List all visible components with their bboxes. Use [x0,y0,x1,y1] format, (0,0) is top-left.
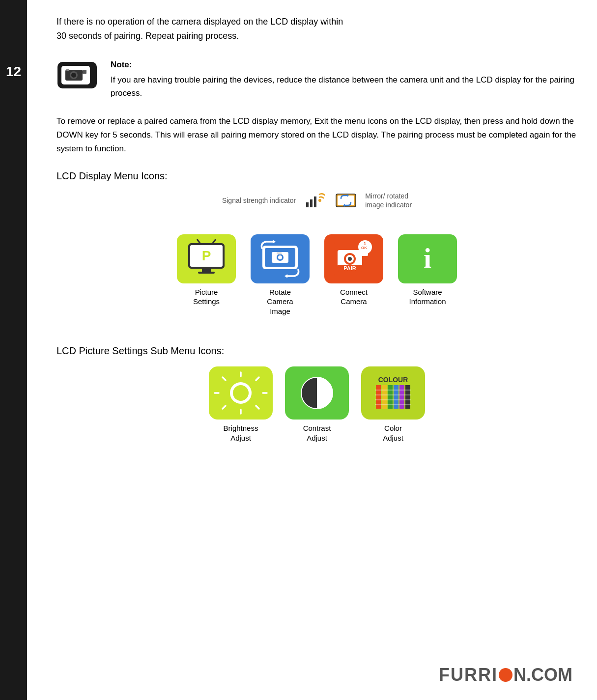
signal-strength-icon [303,192,327,209]
note-title: Note: [111,58,577,71]
note-body: If you are having trouble pairing the de… [111,75,574,98]
contrast-svg [290,371,344,415]
svg-rect-61 [405,385,410,409]
brightness-adjust-label: BrightnessAdjust [224,423,258,443]
connect-camera-svg: 1 OK PAIR [332,239,376,279]
main-content: If there is no operation of the camera d… [37,0,597,477]
page-number: 12 [6,64,21,80]
para2: To remove or replace a paired camera fro… [57,114,577,156]
color-adjust-item: COLOUR ColorAdjust [361,366,425,443]
svg-text:P: P [202,248,211,263]
connect-camera-item: 1 OK PAIR ConnectCamera [324,234,383,316]
note-icon [57,58,101,92]
svg-rect-57 [382,385,387,409]
picture-settings-label: PictureSettings [193,287,220,307]
software-info-svg: i [405,239,450,279]
rotate-camera-item: RotateCameraImage [251,234,310,316]
rotate-camera-icon-box [251,234,310,283]
sidebar: 12 [0,0,27,700]
mirror-label: Mirror/ rotatedimage indicator [365,192,412,209]
note-content: Note: If you are having trouble pairing … [111,58,577,100]
software-info-item: i SoftwareInformation [398,234,457,316]
software-info-icon-box: i [398,234,457,283]
svg-rect-59 [394,385,398,409]
footer-logo: FURRI N.COM [439,665,572,685]
signal-label: Signal strength indicator [222,196,296,204]
svg-rect-13 [338,196,354,205]
svg-rect-19 [198,272,215,274]
brightness-adjust-item: BrightnessAdjust [209,366,273,443]
svg-line-22 [213,239,216,243]
svg-line-50 [223,406,226,409]
svg-line-47 [223,377,226,380]
connect-camera-icon-box: 1 OK PAIR [324,234,383,283]
svg-rect-8 [306,202,309,207]
svg-point-5 [71,73,76,78]
svg-rect-10 [314,196,316,207]
brightness-svg [214,371,268,415]
color-adjust-icon-box: COLOUR [361,366,425,420]
svg-rect-9 [310,199,313,207]
signal-row: Signal strength indicator Mirror/ rotate… [57,192,577,209]
lcd-sub-heading: LCD Picture Settings Sub Menu Icons: [57,345,577,357]
footer-domain-text: N.COM [513,665,572,685]
contrast-adjust-item: ContrastAdjust [285,366,349,443]
picture-settings-icon-box: P [177,234,236,283]
svg-text:COLOUR: COLOUR [378,376,408,384]
colour-svg: COLOUR [366,371,420,415]
lcd-menu-heading: LCD Display Menu Icons: [57,170,577,182]
svg-rect-30 [277,252,282,254]
color-adjust-label: ColorAdjust [383,423,403,443]
footer-logo-circle [499,668,512,682]
mirror-icon [334,192,358,209]
svg-marker-24 [273,240,276,244]
footer-brand-text: FURRI [439,665,498,685]
note-box: Note: If you are having trouble pairing … [57,58,577,100]
svg-point-11 [318,199,321,202]
brightness-adjust-icon-box [209,366,273,420]
svg-rect-18 [202,269,211,272]
svg-point-52 [233,385,249,401]
svg-text:OK: OK [361,246,367,250]
svg-rect-6 [83,70,86,74]
svg-point-35 [348,257,352,261]
contrast-adjust-icon-box [285,366,349,420]
svg-rect-7 [66,69,69,71]
connect-camera-label: ConnectCamera [340,287,368,307]
rotate-camera-label: RotateCameraImage [267,287,293,316]
svg-rect-56 [376,385,381,409]
sub-icon-grid: BrightnessAdjust ContrastAdjust [57,366,577,443]
svg-line-49 [256,377,259,380]
svg-point-29 [278,255,282,259]
contrast-adjust-label: ContrastAdjust [303,423,331,443]
rotate-camera-svg [258,239,302,279]
svg-text:PAIR: PAIR [343,265,356,271]
note-finger-svg [57,58,101,92]
picture-settings-svg: P [184,239,228,279]
svg-rect-58 [388,385,393,409]
svg-line-21 [197,239,200,243]
picture-settings-item: P PictureSettings [177,234,236,316]
svg-marker-25 [284,274,287,278]
svg-line-48 [256,406,259,409]
software-info-label: SoftwareInformation [409,287,446,307]
menu-icon-grid: P PictureSettings [57,234,577,316]
intro-paragraph: If there is no operation of the camera d… [57,15,577,43]
svg-text:i: i [424,242,431,274]
svg-rect-60 [399,385,404,409]
